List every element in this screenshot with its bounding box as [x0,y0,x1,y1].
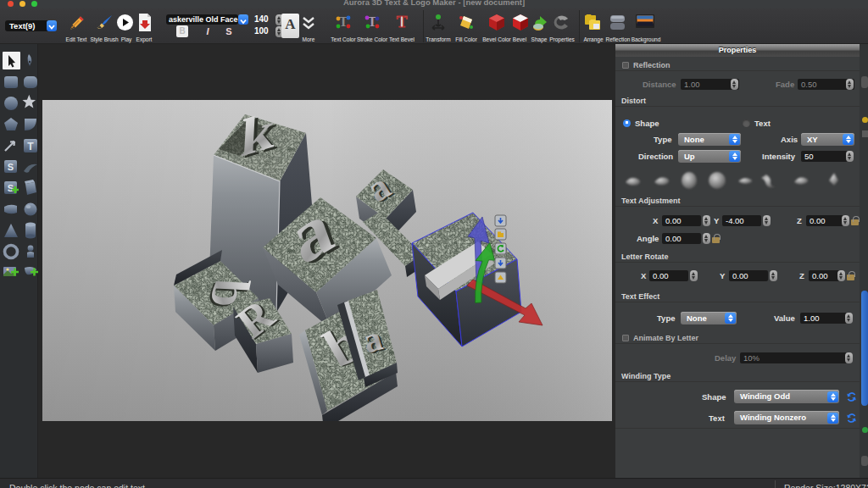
svg-text:S: S [8,183,14,193]
svg-text:T: T [397,13,408,30]
svg-text:k: k [239,100,276,169]
svg-text:S: S [8,162,14,172]
svg-text:T: T [27,141,34,152]
